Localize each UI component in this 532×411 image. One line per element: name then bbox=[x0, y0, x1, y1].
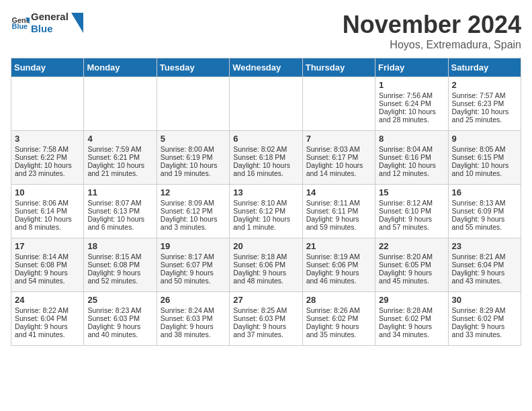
calendar-cell: 26Sunrise: 8:24 AMSunset: 6:03 PMDayligh… bbox=[157, 292, 229, 346]
sunrise-text: Sunrise: 7:58 AM bbox=[15, 145, 80, 153]
daylight-text: Daylight: 10 hours and 14 minutes. bbox=[306, 161, 371, 177]
sunrise-text: Sunrise: 8:28 AM bbox=[379, 306, 444, 314]
daylight-text: Daylight: 10 hours and 23 minutes. bbox=[15, 161, 80, 177]
daylight-text: Daylight: 9 hours and 59 minutes. bbox=[306, 215, 371, 231]
daylight-text: Daylight: 10 hours and 8 minutes. bbox=[15, 215, 80, 231]
daylight-text: Daylight: 10 hours and 6 minutes. bbox=[87, 215, 152, 231]
sunrise-text: Sunrise: 8:15 AM bbox=[87, 253, 152, 261]
calendar-cell: 30Sunrise: 8:29 AMSunset: 6:02 PMDayligh… bbox=[448, 292, 521, 346]
daylight-text: Daylight: 10 hours and 1 minute. bbox=[233, 215, 298, 231]
sunrise-text: Sunrise: 8:22 AM bbox=[15, 306, 80, 314]
sunrise-text: Sunrise: 8:07 AM bbox=[87, 199, 152, 207]
calendar-cell bbox=[230, 77, 302, 131]
sunset-text: Sunset: 6:19 PM bbox=[161, 153, 226, 161]
sunrise-text: Sunrise: 8:29 AM bbox=[452, 306, 517, 314]
sunrise-text: Sunrise: 8:12 AM bbox=[379, 199, 444, 207]
sunrise-text: Sunrise: 8:03 AM bbox=[306, 145, 371, 153]
calendar-cell: 9Sunrise: 8:05 AMSunset: 6:15 PMDaylight… bbox=[448, 131, 521, 185]
daylight-text: Daylight: 9 hours and 40 minutes. bbox=[87, 322, 152, 338]
header-day-sunday: Sunday bbox=[11, 58, 84, 77]
header: General Blue General Blue November 2024 … bbox=[11, 11, 521, 51]
week-row-4: 24Sunrise: 8:22 AMSunset: 6:04 PMDayligh… bbox=[11, 292, 521, 346]
day-number: 28 bbox=[306, 295, 371, 305]
daylight-text: Daylight: 10 hours and 10 minutes. bbox=[452, 161, 517, 177]
day-number: 30 bbox=[452, 295, 517, 305]
daylight-text: Daylight: 10 hours and 19 minutes. bbox=[161, 161, 226, 177]
header-day-friday: Friday bbox=[375, 58, 448, 77]
calendar-cell bbox=[11, 77, 84, 131]
sunset-text: Sunset: 6:09 PM bbox=[452, 207, 517, 215]
sunrise-text: Sunrise: 7:59 AM bbox=[87, 145, 152, 153]
sunset-text: Sunset: 6:10 PM bbox=[379, 207, 444, 215]
day-number: 25 bbox=[87, 295, 152, 305]
sunrise-text: Sunrise: 7:56 AM bbox=[379, 91, 444, 99]
sunrise-text: Sunrise: 8:05 AM bbox=[452, 145, 517, 153]
sunrise-text: Sunrise: 8:25 AM bbox=[233, 306, 298, 314]
sunset-text: Sunset: 6:13 PM bbox=[87, 207, 152, 215]
calendar-cell: 5Sunrise: 8:00 AMSunset: 6:19 PMDaylight… bbox=[157, 131, 229, 185]
day-number: 19 bbox=[161, 241, 226, 251]
daylight-text: Daylight: 10 hours and 28 minutes. bbox=[379, 107, 444, 124]
day-number: 10 bbox=[15, 187, 80, 197]
header-day-thursday: Thursday bbox=[302, 58, 375, 77]
day-number: 12 bbox=[161, 187, 226, 197]
daylight-text: Daylight: 10 hours and 3 minutes. bbox=[161, 215, 226, 231]
sunset-text: Sunset: 6:22 PM bbox=[15, 153, 80, 161]
daylight-text: Daylight: 9 hours and 50 minutes. bbox=[161, 269, 226, 285]
daylight-text: Daylight: 9 hours and 57 minutes. bbox=[379, 215, 444, 231]
day-number: 15 bbox=[379, 187, 444, 197]
header-day-wednesday: Wednesday bbox=[230, 58, 302, 77]
daylight-text: Daylight: 10 hours and 21 minutes. bbox=[87, 161, 152, 177]
calendar-cell: 21Sunrise: 8:19 AMSunset: 6:06 PMDayligh… bbox=[302, 238, 375, 292]
sunrise-text: Sunrise: 8:23 AM bbox=[87, 306, 152, 314]
calendar-cell: 10Sunrise: 8:06 AMSunset: 6:14 PMDayligh… bbox=[11, 185, 84, 238]
calendar-header: SundayMondayTuesdayWednesdayThursdayFrid… bbox=[11, 58, 521, 77]
calendar-cell: 15Sunrise: 8:12 AMSunset: 6:10 PMDayligh… bbox=[375, 185, 448, 238]
day-number: 3 bbox=[15, 134, 80, 144]
calendar-cell: 16Sunrise: 8:13 AMSunset: 6:09 PMDayligh… bbox=[448, 185, 521, 238]
sunrise-text: Sunrise: 8:20 AM bbox=[379, 253, 444, 261]
sunset-text: Sunset: 6:17 PM bbox=[306, 153, 371, 161]
sunset-text: Sunset: 6:03 PM bbox=[87, 314, 152, 322]
month-title: November 2024 bbox=[343, 11, 521, 39]
sunset-text: Sunset: 6:05 PM bbox=[379, 261, 444, 269]
calendar-cell: 18Sunrise: 8:15 AMSunset: 6:08 PMDayligh… bbox=[84, 238, 157, 292]
week-row-2: 10Sunrise: 8:06 AMSunset: 6:14 PMDayligh… bbox=[11, 185, 521, 238]
sunset-text: Sunset: 6:02 PM bbox=[452, 314, 517, 322]
logo: General Blue General Blue bbox=[11, 11, 83, 35]
daylight-text: Daylight: 10 hours and 25 minutes. bbox=[452, 107, 517, 124]
day-number: 13 bbox=[233, 187, 298, 197]
logo-arrow-icon bbox=[71, 13, 83, 33]
day-number: 16 bbox=[452, 187, 517, 197]
calendar-table: SundayMondayTuesdayWednesdayThursdayFrid… bbox=[11, 58, 521, 346]
calendar-cell: 27Sunrise: 8:25 AMSunset: 6:03 PMDayligh… bbox=[230, 292, 302, 346]
sunrise-text: Sunrise: 8:00 AM bbox=[161, 145, 226, 153]
sunrise-text: Sunrise: 8:24 AM bbox=[161, 306, 226, 314]
daylight-text: Daylight: 9 hours and 52 minutes. bbox=[87, 269, 152, 285]
day-number: 4 bbox=[87, 134, 152, 144]
day-number: 6 bbox=[233, 134, 298, 144]
calendar-cell: 17Sunrise: 8:14 AMSunset: 6:08 PMDayligh… bbox=[11, 238, 84, 292]
sunrise-text: Sunrise: 8:13 AM bbox=[452, 199, 517, 207]
calendar-body: 1Sunrise: 7:56 AMSunset: 6:24 PMDaylight… bbox=[11, 77, 521, 346]
sunrise-text: Sunrise: 8:21 AM bbox=[452, 253, 517, 261]
sunset-text: Sunset: 6:04 PM bbox=[15, 314, 80, 322]
calendar-cell bbox=[157, 77, 229, 131]
calendar-cell: 12Sunrise: 8:09 AMSunset: 6:12 PMDayligh… bbox=[157, 185, 229, 238]
svg-marker-3 bbox=[71, 13, 83, 33]
day-number: 22 bbox=[379, 241, 444, 251]
calendar-cell: 19Sunrise: 8:17 AMSunset: 6:07 PMDayligh… bbox=[157, 238, 229, 292]
sunset-text: Sunset: 6:16 PM bbox=[379, 153, 444, 161]
sunset-text: Sunset: 6:03 PM bbox=[161, 314, 226, 322]
calendar-cell: 2Sunrise: 7:57 AMSunset: 6:23 PMDaylight… bbox=[448, 77, 521, 131]
daylight-text: Daylight: 9 hours and 33 minutes. bbox=[452, 322, 517, 338]
day-number: 29 bbox=[379, 295, 444, 305]
sunset-text: Sunset: 6:14 PM bbox=[15, 207, 80, 215]
calendar-cell: 11Sunrise: 8:07 AMSunset: 6:13 PMDayligh… bbox=[84, 185, 157, 238]
sunrise-text: Sunrise: 8:17 AM bbox=[161, 253, 226, 261]
sunset-text: Sunset: 6:15 PM bbox=[452, 153, 517, 161]
sunrise-text: Sunrise: 8:19 AM bbox=[306, 253, 371, 261]
sunrise-text: Sunrise: 7:57 AM bbox=[452, 91, 517, 99]
calendar-cell: 28Sunrise: 8:26 AMSunset: 6:02 PMDayligh… bbox=[302, 292, 375, 346]
sunset-text: Sunset: 6:02 PM bbox=[379, 314, 444, 322]
